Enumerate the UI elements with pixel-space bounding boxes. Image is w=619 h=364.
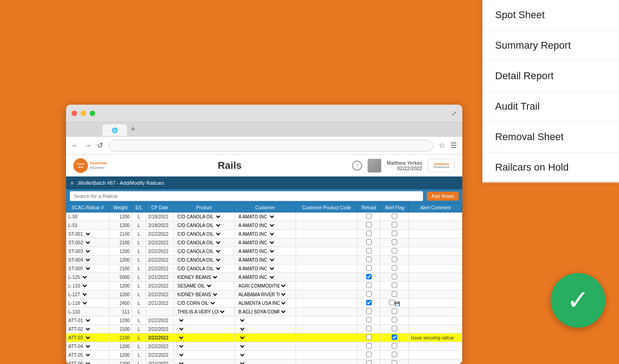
cell-alert-flag[interactable] [380,359,409,364]
alert-flag-checkbox[interactable] [392,265,397,271]
menu-item-detail-report[interactable]: Detail Report [482,61,619,91]
product-select[interactable]: C/D CANOLA OIL [176,248,222,254]
cell-alert-flag[interactable] [380,290,409,299]
cell-reload[interactable] [358,238,380,247]
alert-flag-checkbox[interactable] [392,231,397,236]
alert-flag-checkbox[interactable] [392,213,397,219]
cell-customer[interactable]: A AMATO INC [235,256,296,264]
customer-select[interactable] [237,326,246,332]
reload-button[interactable]: ↺ [97,141,103,150]
maximize-dot[interactable] [90,111,95,116]
customer-select[interactable]: A AMATO INC [237,222,276,228]
reload-checkbox[interactable] [366,248,372,253]
reload-checkbox[interactable] [366,291,372,297]
customer-select[interactable] [237,335,246,341]
product-select[interactable]: C/D CANOLA OIL [176,257,222,263]
expand-icon[interactable]: ⤢ [451,110,457,117]
cell-customer[interactable] [235,334,296,342]
browser-tab[interactable]: 🌐 [102,124,127,136]
cell-product[interactable] [174,342,235,351]
address-input[interactable] [108,140,433,152]
cell-reload[interactable] [358,247,380,256]
alert-flag-checkbox[interactable] [392,334,397,340]
cell-customer[interactable] [235,359,296,364]
cell-product[interactable]: SESAME OIL [174,282,235,290]
reload-checkbox[interactable] [366,308,372,314]
scac-select[interactable]: ✓ [84,344,92,349]
cell-product[interactable]: C/D CANOLA OIL [174,247,235,256]
alert-flag-checkbox[interactable] [392,291,397,297]
customer-select[interactable]: AGRI COMMODITIES LTD. [237,283,287,289]
alert-flag-checkbox[interactable] [392,283,397,288]
product-select[interactable] [176,335,185,341]
product-select[interactable]: C/D CANOLA OIL [176,214,222,220]
customer-select[interactable]: ALABAMA RIVER TOWEING [237,292,287,298]
reload-checkbox[interactable] [366,257,372,262]
customer-select[interactable]: B ACLI SOYA COMPANY [237,309,287,315]
add-rows-button[interactable]: Add Rows [427,192,459,201]
product-select[interactable]: KIDNEY BEANS [176,292,219,298]
reload-checkbox[interactable] [366,231,372,236]
cell-reload[interactable] [358,351,380,359]
cell-alert-flag[interactable] [380,342,409,351]
cell-reload[interactable] [358,282,380,290]
customer-select[interactable] [237,318,246,324]
cell-product[interactable] [174,316,235,325]
back-button[interactable]: ← [72,142,79,150]
cell-reload[interactable] [358,359,380,364]
cell-reload[interactable] [358,299,380,308]
minimize-dot[interactable] [81,111,86,116]
alert-flag-checkbox[interactable] [389,300,394,305]
scac-select[interactable]: ✓ [81,292,88,298]
cell-product[interactable]: C/D CANOLA OIL [174,221,235,230]
customer-select[interactable]: A AMATO INC [237,231,276,237]
new-tab-button[interactable]: + [131,125,136,136]
cell-product[interactable] [174,359,235,364]
cell-customer[interactable] [235,316,296,325]
cell-alert-flag[interactable] [380,316,409,325]
menu-item-audit-trail[interactable]: Audit Trail [482,91,619,122]
cell-alert-flag[interactable] [380,264,409,273]
cell-customer[interactable]: A AMATO INC [235,221,296,230]
alert-flag-checkbox[interactable] [392,274,397,279]
product-select[interactable] [176,352,185,358]
product-select[interactable]: C/D CANOLA OIL [176,240,222,246]
cell-customer[interactable] [235,351,296,359]
customer-select[interactable]: A AMATO INC [237,266,276,272]
scac-select[interactable]: ✓ [84,231,92,237]
reload-checkbox[interactable] [366,343,372,349]
cell-customer[interactable]: A AMATO INC [235,247,296,256]
product-select[interactable] [176,361,185,364]
cell-reload[interactable] [358,264,380,273]
scac-select[interactable]: ✓ [84,318,92,324]
reload-checkbox[interactable] [366,239,372,245]
alert-flag-checkbox[interactable] [392,222,397,228]
cell-alert-flag[interactable] [380,325,409,334]
alert-flag-checkbox[interactable] [392,248,397,253]
save-icon[interactable]: 💾 [394,301,400,306]
cell-product[interactable] [174,325,235,334]
product-select[interactable]: C/D CANOLA OIL [176,266,222,272]
cell-product[interactable]: C/D CANOLA OIL [174,230,235,238]
cell-customer[interactable]: B ACLI SOYA COMPANY [235,308,296,316]
cell-reload[interactable] [358,256,380,264]
reload-checkbox[interactable] [366,326,372,331]
cell-product[interactable]: C/D CANOLA OIL [174,238,235,247]
cell-product[interactable]: C/D CORN OIL [174,299,235,308]
cell-customer[interactable]: AGRI COMMODITIES LTD. [235,282,296,290]
reload-checkbox[interactable] [366,300,372,305]
reload-checkbox[interactable] [366,213,372,219]
cell-product[interactable]: THIS IS A VERY LONG PRODUC [174,308,235,316]
scac-select[interactable]: ✓ [84,257,92,263]
customer-select[interactable]: A AMATO INC [237,214,276,220]
close-dot[interactable] [72,111,77,116]
cell-alert-flag[interactable] [380,212,409,221]
cell-customer[interactable]: A AMATO INC [235,230,296,238]
menu-icon[interactable]: ☰ [450,141,457,150]
cell-reload[interactable] [358,230,380,238]
product-select[interactable] [176,344,185,349]
customer-select[interactable]: A AMATO INC [237,240,276,246]
cell-customer[interactable] [235,342,296,351]
cell-product[interactable]: C/D CANOLA OIL [174,264,235,273]
product-select[interactable]: C/D CORN OIL [176,300,216,306]
